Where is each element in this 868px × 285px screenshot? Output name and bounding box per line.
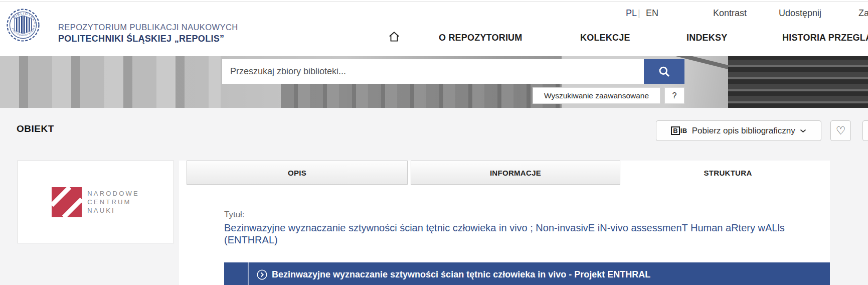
home-nav-button[interactable] bbox=[388, 30, 402, 44]
language-pl-link[interactable]: PL bbox=[626, 8, 637, 19]
language-divider: | bbox=[638, 8, 640, 19]
hero-photo-windows bbox=[728, 56, 868, 108]
contrast-link[interactable]: Kontrast bbox=[713, 8, 747, 19]
repository-name-line2: POLITECHNIKI ŚLĄSKIEJ „REPOLIS” bbox=[58, 34, 224, 44]
circled-chevron-right-icon bbox=[257, 269, 267, 280]
search-button[interactable] bbox=[644, 59, 684, 84]
search-input[interactable] bbox=[222, 59, 644, 84]
search-help-button[interactable]: ? bbox=[664, 87, 684, 104]
share-link[interactable]: Udostępnij bbox=[779, 8, 821, 19]
ncn-logo-icon bbox=[52, 187, 82, 217]
nav-collections[interactable]: KOLEKCJE bbox=[580, 33, 630, 43]
structure-root-label: Bezinwazyjne wyznaczanie sztywności ścia… bbox=[272, 269, 650, 280]
title-field-label: Tytuł: bbox=[224, 210, 245, 220]
home-icon bbox=[388, 30, 401, 43]
bib-icon: BIB bbox=[671, 126, 687, 135]
nav-indexes[interactable]: INDEKSY bbox=[686, 33, 727, 43]
download-bibliography-label: Pobierz opis bibliograficzny bbox=[692, 126, 795, 136]
structure-root-row[interactable]: Bezinwazyjne wyznaczanie sztywności ścia… bbox=[224, 262, 830, 285]
nav-history[interactable]: HISTORIA PRZEGLĄDANIA bbox=[782, 33, 868, 43]
top-divider bbox=[0, 2, 868, 2]
ncn-logo: NARODOWE CENTRUM NAUKI bbox=[52, 187, 139, 217]
ncn-logo-text: NARODOWE CENTRUM NAUKI bbox=[87, 190, 139, 215]
repository-name-line1: REPOZYTORIUM PUBLIKACJI NAUKOWYCH bbox=[58, 23, 238, 32]
language-en-link[interactable]: EN bbox=[646, 8, 658, 19]
tab-struktura[interactable]: STRUKTURA bbox=[626, 161, 830, 185]
chevron-down-icon bbox=[800, 129, 806, 133]
favorite-button[interactable]: ♡ bbox=[830, 120, 851, 141]
tab-informacje[interactable]: INFORMACJE bbox=[411, 161, 620, 185]
object-thumbnail[interactable]: NARODOWE CENTRUM NAUKI bbox=[17, 161, 174, 243]
object-title-link[interactable]: Bezinwazyjne wyznaczanie sztywności ścia… bbox=[224, 222, 811, 246]
search-icon bbox=[658, 66, 670, 78]
heart-icon: ♡ bbox=[836, 125, 846, 136]
page-title: OBIEKT bbox=[17, 123, 54, 134]
more-actions-button-clipped[interactable] bbox=[862, 120, 868, 141]
repolis-page: BIBLIOTEKA POLITECHNIKI ŚLĄSKIEJ REPOZYT… bbox=[0, 0, 868, 285]
banner-divider bbox=[248, 262, 249, 285]
banner-left-pad bbox=[224, 262, 248, 285]
nav-about[interactable]: O REPOZYTORIUM bbox=[439, 33, 522, 43]
download-bibliography-button[interactable]: BIB Pobierz opis bibliograficzny bbox=[656, 120, 821, 141]
login-link[interactable]: Zaloguj bbox=[858, 8, 868, 19]
header: BIBLIOTEKA POLITECHNIKI ŚLĄSKIEJ REPOZYT… bbox=[0, 0, 868, 56]
tab-opis[interactable]: OPIS bbox=[187, 161, 408, 185]
advanced-search-button[interactable]: Wyszukiwanie zaawansowane bbox=[533, 87, 660, 104]
object-page: OBIEKT BIB Pobierz opis bibliograficzny … bbox=[0, 108, 868, 285]
library-seal-icon: BIBLIOTEKA POLITECHNIKI ŚLĄSKIEJ bbox=[6, 8, 40, 42]
hero-photo: Wyszukiwanie zaawansowane ? bbox=[0, 56, 868, 108]
hero-photo-columns bbox=[0, 56, 221, 108]
